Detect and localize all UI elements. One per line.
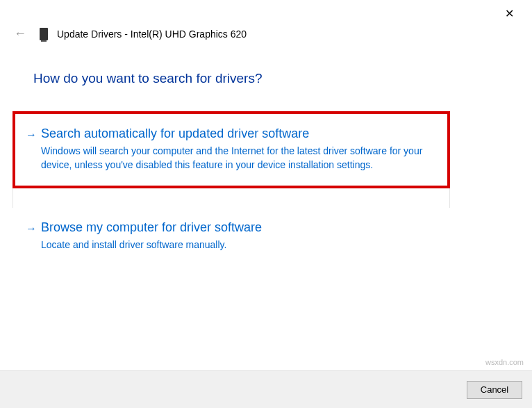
close-icon: ✕: [505, 8, 514, 19]
options-container: → Search automatically for updated drive…: [13, 111, 450, 288]
option-browse-computer[interactable]: → Browse my computer for driver software…: [13, 208, 450, 288]
device-icon: [40, 28, 48, 40]
bottom-bar: Cancel: [0, 370, 532, 408]
header: ← Update Drivers - Intel(R) UHD Graphics…: [10, 25, 247, 42]
spacer: [13, 188, 450, 208]
back-button[interactable]: ←: [10, 25, 31, 42]
option-browse-title: Browse my computer for driver software: [41, 220, 433, 236]
option-browse-desc: Locate and install driver software manua…: [41, 238, 433, 252]
option-search-automatically[interactable]: → Search automatically for updated drive…: [13, 111, 450, 188]
option-auto-title: Search automatically for updated driver …: [41, 126, 433, 142]
arrow-right-icon: →: [26, 129, 37, 141]
back-arrow-icon: ←: [14, 26, 26, 40]
question-heading: How do you want to search for drivers?: [33, 71, 263, 86]
close-button[interactable]: ✕: [499, 4, 519, 23]
window-title: Update Drivers - Intel(R) UHD Graphics 6…: [57, 28, 247, 40]
watermark: wsxdn.com: [485, 358, 524, 366]
option-auto-desc: Windows will search your computer and th…: [41, 145, 433, 172]
arrow-right-icon: →: [26, 222, 37, 235]
cancel-button[interactable]: Cancel: [467, 381, 522, 399]
